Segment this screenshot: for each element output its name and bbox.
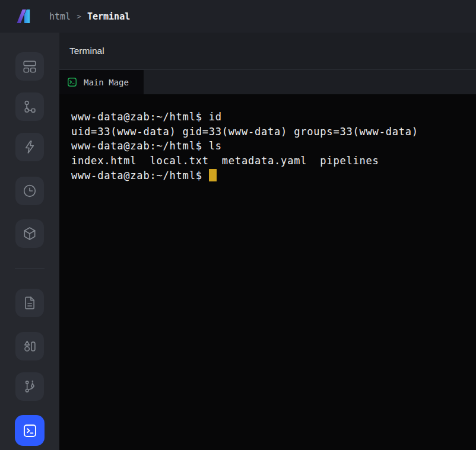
sidebar-item-data-products[interactable] bbox=[15, 219, 44, 248]
page-title: Terminal bbox=[69, 46, 104, 56]
terminal-cursor bbox=[209, 169, 217, 181]
dashboard-icon bbox=[22, 59, 37, 74]
app-window: html > Terminal bbox=[0, 0, 476, 450]
sidebar-item-pipelines[interactable] bbox=[15, 92, 44, 121]
lightning-icon bbox=[22, 139, 37, 155]
terminal-panel: Terminal Main Mage www-data@zab:~/html$ … bbox=[59, 33, 476, 450]
sidebar-item-version-control[interactable] bbox=[15, 372, 44, 401]
terminal-line: index.html local.txt metadata.yaml pipel… bbox=[71, 154, 469, 168]
sidebar-item-runs[interactable] bbox=[15, 177, 44, 205]
topbar: html > Terminal bbox=[0, 0, 476, 33]
sidebar-divider bbox=[15, 269, 45, 269]
node-tree-icon bbox=[22, 99, 37, 114]
tab-label: Main Mage bbox=[84, 78, 129, 87]
tab-bar: Main Mage bbox=[59, 69, 476, 94]
sidebar-item-triggers[interactable] bbox=[15, 133, 44, 161]
sidebar-item-templates[interactable] bbox=[15, 332, 44, 360]
sidebar bbox=[0, 33, 59, 450]
terminal-prompt-line: www-data@zab:~/html$ bbox=[71, 168, 469, 183]
file-icon bbox=[22, 295, 37, 311]
sidebar-item-terminal[interactable] bbox=[15, 415, 45, 446]
cube-icon bbox=[22, 226, 37, 241]
terminal-icon bbox=[22, 423, 38, 439]
terminal-tab-icon bbox=[67, 77, 77, 87]
blocks-icon bbox=[22, 339, 37, 354]
breadcrumb-current: Terminal bbox=[87, 11, 130, 22]
terminal-line: uid=33(www-data) gid=33(www-data) groups… bbox=[71, 125, 469, 139]
git-branch-icon bbox=[22, 379, 37, 394]
mage-logo-icon bbox=[16, 8, 33, 24]
breadcrumb: html > Terminal bbox=[49, 11, 130, 22]
terminal-output[interactable]: www-data@zab:~/html$ id uid=33(www-data)… bbox=[59, 94, 476, 450]
sidebar-item-dashboard[interactable] bbox=[15, 52, 44, 81]
sidebar-item-files[interactable] bbox=[15, 289, 44, 317]
clock-icon bbox=[22, 183, 37, 199]
breadcrumb-project[interactable]: html bbox=[49, 11, 71, 22]
tab-main-mage[interactable]: Main Mage bbox=[59, 70, 144, 94]
terminal-prompt: www-data@zab:~/html$ bbox=[71, 170, 209, 181]
terminal-line: www-data@zab:~/html$ id bbox=[71, 110, 469, 125]
panel-header: Terminal bbox=[59, 33, 476, 69]
terminal-line: www-data@zab:~/html$ ls bbox=[71, 139, 469, 154]
mage-logo[interactable] bbox=[15, 8, 33, 25]
chevron-right-icon: > bbox=[77, 12, 81, 21]
